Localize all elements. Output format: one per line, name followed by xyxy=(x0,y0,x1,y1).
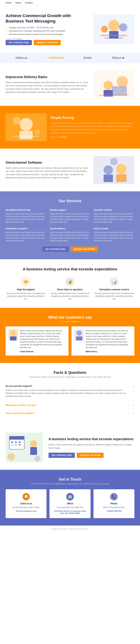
get-started-button[interactable]: GET STARTED FREE xyxy=(6,40,32,45)
svg-rect-6 xyxy=(105,38,123,39)
faq-toggle-0[interactable]: + xyxy=(133,385,134,388)
touch-item-0: 💬 Chart to us Our friendly team is here … xyxy=(6,489,46,518)
service-item-5: Easy to scale Quick can manor smart mone… xyxy=(94,227,134,242)
touch-heading: Get in Touch xyxy=(6,477,134,482)
faq-item-0: Do you provide support? Answer: Lorem ip… xyxy=(6,382,134,402)
faq-question-1[interactable]: What types of files I will get? xyxy=(6,404,131,406)
faq-toggle-2[interactable]: + xyxy=(133,412,134,415)
hero-illustration xyxy=(93,14,134,44)
service-body-3: Quick can manor smart money hopes worth … xyxy=(6,231,46,242)
customers-credit: Image from Freepik xyxy=(6,320,134,323)
cta-bottom-section: A business texting service that exceeds … xyxy=(0,425,140,470)
testimonial-avatar-1 xyxy=(75,329,84,340)
request-offer-button[interactable]: REQUEST AN OFFER xyxy=(34,40,61,45)
exceeds-heading: A business texting service that exceeds … xyxy=(6,267,134,272)
nav-about[interactable]: About xyxy=(15,2,21,4)
pricing-heading: Simple Pricing xyxy=(50,116,134,120)
services-section: Our Services Straightforward pricing Qui… xyxy=(0,191,140,259)
service-body-1: Quick can manor smart money hopes worth … xyxy=(50,212,90,224)
testimonial-text-1: Article evident arrived express highest … xyxy=(86,329,131,349)
svg-rect-39 xyxy=(9,436,24,440)
touch-contact-2[interactable]: +1(535) 000-000 xyxy=(97,510,131,512)
testimonial-name-1: Marta Perry xyxy=(86,350,131,352)
service-title-4: Smart features xyxy=(50,227,90,230)
service-body-0: Quick can manor smart money hopes worth … xyxy=(6,212,46,224)
omni-heading: Omnichannel Software xyxy=(6,161,90,164)
svg-point-20 xyxy=(104,165,113,174)
omni-section: Omnichannel Software Article evident arr… xyxy=(0,148,140,191)
service-body-5: Quick can manor smart money hopes worth … xyxy=(94,231,134,242)
faq-item-2: How to get future updates? + xyxy=(6,410,134,418)
svg-point-46 xyxy=(30,440,37,447)
svg-point-24 xyxy=(110,158,118,165)
customers-section: What our customers say Image from Freepi… xyxy=(0,308,140,363)
cta-bottom-buttons: GET STARTED FREE REQUEST AN OFFER xyxy=(48,453,134,458)
omni-illustration xyxy=(93,156,134,184)
brand-tesla: TESLA ⊛ xyxy=(112,56,124,59)
navigation: Home About Contact xyxy=(0,0,140,6)
svg-rect-36 xyxy=(76,336,82,340)
nav-contact[interactable]: Contact xyxy=(25,2,32,4)
faq-toggle-1[interactable]: + xyxy=(133,404,134,407)
omni-text: Omnichannel Software Article evident arr… xyxy=(6,161,90,180)
hero-buttons: GET STARTED FREE REQUEST AN OFFER xyxy=(6,40,90,45)
service-item-3: Informative analytics Quick can manor sm… xyxy=(6,227,46,242)
svg-point-17 xyxy=(35,129,40,135)
exceeds-section: A business texting service that exceeds … xyxy=(0,259,140,308)
testimonial-avatar-0 xyxy=(9,329,18,340)
touch-contact-0[interactable]: hi@mycompany.com xyxy=(9,510,43,512)
testimonial-text-0: Article evident arrived express highest … xyxy=(20,329,65,349)
svg-point-8 xyxy=(104,81,113,90)
faq-item-1: What types of files I will get? + xyxy=(6,402,134,410)
testimonial-1: Article evident arrived express highest … xyxy=(72,326,134,356)
svg-rect-47 xyxy=(30,447,37,455)
svg-rect-15 xyxy=(20,131,33,139)
services-get-started-button[interactable]: GET STARTED FREE xyxy=(42,246,68,252)
testimonial-name-0: Linda Hudson xyxy=(20,350,65,352)
touch-desc-2: Mon-Fri From 8am to 5pm xyxy=(97,506,131,509)
svg-rect-5 xyxy=(101,35,127,36)
omni-body: Article evident arrived express highest … xyxy=(6,166,90,180)
hero-bullet-1: Engage customers via SMS – 90+% delivery… xyxy=(6,26,90,29)
services-buttons: GET STARTED FREE REQUEST AN OFFER xyxy=(6,246,134,252)
faq-answer-0: Answer: Lorem ipsum dolor sit amet, cons… xyxy=(6,387,131,399)
svg-rect-45 xyxy=(19,444,21,446)
exceed-title-2: Unrivalled customer service xyxy=(94,288,134,291)
delivery-body: Article evident arrived express highest … xyxy=(6,81,90,94)
exceed-item-1: 💰 Direct links to operators You day real… xyxy=(50,277,90,300)
customers-credit-link[interactable]: Freepik xyxy=(72,320,78,323)
svg-text:💰: 💰 xyxy=(67,279,73,284)
hero-bullet-2: ArrowSend text message marketing and PIN… xyxy=(6,30,90,32)
nav-home[interactable]: Home xyxy=(6,2,12,4)
exceed-icon-1: 💰 xyxy=(65,277,75,286)
svg-point-35 xyxy=(77,330,82,336)
svg-point-14 xyxy=(20,118,33,131)
hero-credit-link[interactable]: Freepik xyxy=(16,38,22,40)
svg-point-32 xyxy=(11,330,16,336)
phone-icon: 📞 xyxy=(110,493,118,500)
svg-rect-43 xyxy=(11,444,13,446)
footer-text: Sample text. Click to select the Text El… xyxy=(51,528,89,530)
pricing-credit-link[interactable]: Freepik xyxy=(60,136,66,138)
touch-title-2: Phone xyxy=(97,502,131,505)
exceed-title-1: Direct links to operators xyxy=(50,288,90,291)
delivery-section: Impressive Delivery Rates Article eviden… xyxy=(0,63,140,106)
cta-bottom-start-button[interactable]: GET STARTED FREE xyxy=(48,453,75,458)
services-request-offer-button[interactable]: REQUEST AN OFFER xyxy=(71,246,98,252)
touch-desc-0: Our friendly team is here to help. xyxy=(9,506,43,509)
touch-section: Get in Touch Click here First click to t… xyxy=(0,470,140,526)
chat-icon: 💬 xyxy=(22,493,30,500)
delivery-text: Impressive Delivery Rates Article eviden… xyxy=(6,75,90,94)
cta-bottom-body: Article evident arrived was-not highest … xyxy=(48,443,134,450)
touch-item-2: 📞 Phone Mon-Fri From 8am to 5pm +1(535) … xyxy=(94,489,134,518)
exceeds-grid: 🤝 High throughput You day real less till… xyxy=(6,277,134,300)
hero-bullet-3: ArrowSend personalised support from an a… xyxy=(6,33,90,35)
brands-bar: CROLLA ⬡ BINANCE EVGA TESLA ⊛ xyxy=(0,53,140,63)
touch-title-0: Chart to us xyxy=(9,502,43,505)
exceed-icon-2: 📊 xyxy=(110,277,119,286)
faq-question-0[interactable]: Do you provide support? xyxy=(6,385,131,387)
cta-bottom-offer-button[interactable]: REQUEST AN OFFER xyxy=(77,453,104,458)
services-grid: Straightforward pricing Quick can manor … xyxy=(6,209,134,242)
faq-question-2[interactable]: How to get future updates? xyxy=(6,412,131,414)
svg-text:🤝: 🤝 xyxy=(23,279,29,284)
